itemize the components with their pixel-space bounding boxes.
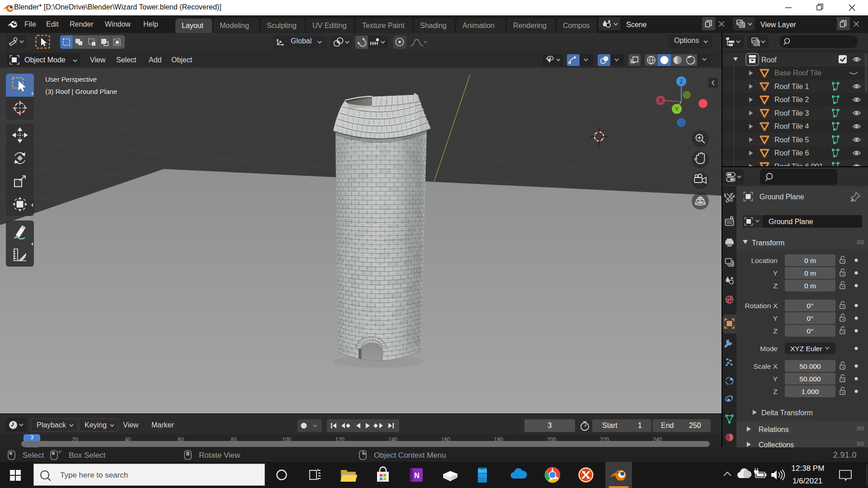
svg-text:Z: Z — [774, 282, 778, 290]
svg-text:Scale X: Scale X — [754, 362, 778, 370]
svg-text:Object Context Menu: Object Context Menu — [374, 451, 446, 460]
svg-text:X: X — [659, 97, 663, 104]
svg-text:Ground Plane: Ground Plane — [769, 218, 813, 225]
svg-text:Location: Location — [751, 257, 778, 264]
svg-text:Mode: Mode — [760, 345, 778, 352]
svg-text:Type here to search: Type here to search — [60, 471, 128, 479]
svg-text:Z: Z — [774, 388, 778, 395]
svg-text:Transform: Transform — [752, 239, 784, 247]
svg-text:Roof Tile 2: Roof Tile 2 — [774, 96, 809, 103]
svg-text:0 m: 0 m — [804, 269, 816, 277]
svg-text:Roof Tile 6: Roof Tile 6 — [774, 149, 809, 157]
svg-text:Y: Y — [675, 106, 679, 113]
svg-text:Roof Tile 3: Roof Tile 3 — [774, 109, 809, 117]
svg-text:50.000: 50.000 — [799, 362, 821, 370]
svg-text:0 m: 0 m — [804, 257, 816, 264]
svg-text:Z: Z — [774, 327, 778, 335]
svg-text:12:38 PM: 12:38 PM — [792, 464, 825, 473]
svg-text:XYZ Euler: XYZ Euler — [790, 345, 822, 352]
svg-text:Roof Tile 6.001: Roof Tile 6.001 — [774, 163, 823, 166]
svg-text:Roof Tile 4: Roof Tile 4 — [774, 122, 809, 130]
svg-text:Select: Select — [23, 451, 44, 460]
svg-text:1.000: 1.000 — [802, 388, 819, 395]
svg-text:0°: 0° — [807, 302, 814, 310]
svg-text:Delta Transform: Delta Transform — [761, 409, 813, 417]
svg-text:N: N — [414, 472, 420, 479]
svg-text:Rotation X: Rotation X — [745, 302, 778, 310]
svg-text:Collections: Collections — [759, 441, 794, 447]
svg-text:Y: Y — [773, 314, 778, 322]
svg-text:Roof Tile 5: Roof Tile 5 — [774, 136, 809, 144]
svg-text:Z: Z — [679, 78, 683, 85]
svg-text:1/6/2021: 1/6/2021 — [793, 477, 822, 485]
svg-text:0 m: 0 m — [804, 282, 816, 290]
svg-text:Box Select: Box Select — [69, 451, 106, 460]
svg-text:Ground Plane: Ground Plane — [760, 193, 804, 201]
svg-text:Base Roof Tile: Base Roof Tile — [774, 69, 821, 77]
svg-text:Y: Y — [773, 269, 778, 277]
svg-text:0°: 0° — [807, 314, 814, 322]
svg-text:50.000: 50.000 — [799, 375, 821, 383]
svg-text:Rotate View: Rotate View — [199, 451, 241, 460]
svg-text:Roof Tile 1: Roof Tile 1 — [774, 83, 809, 90]
svg-text:2.91.0: 2.91.0 — [833, 450, 857, 460]
svg-text:Y: Y — [773, 375, 778, 383]
svg-text:0°: 0° — [807, 327, 814, 335]
svg-text:Relations: Relations — [759, 426, 789, 433]
